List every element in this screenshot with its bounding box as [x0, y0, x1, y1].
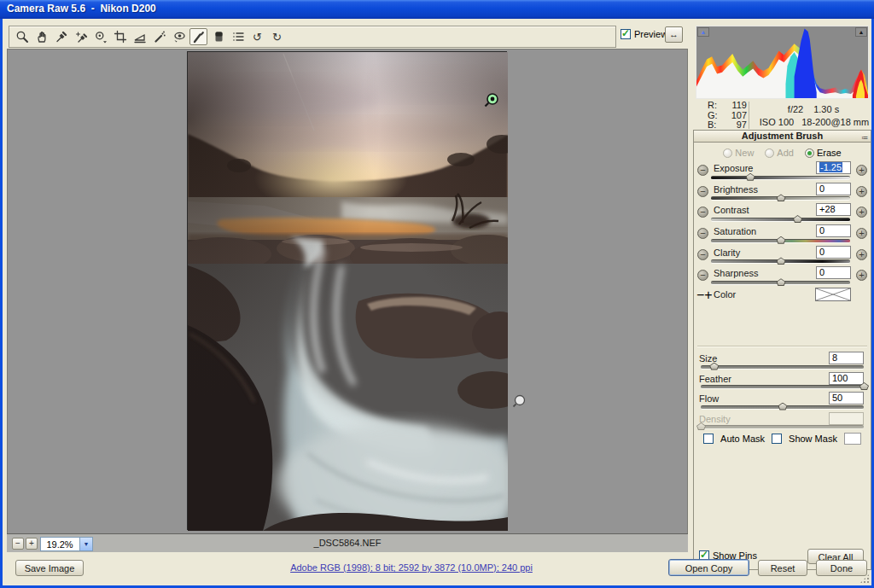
radio-icon	[723, 148, 732, 158]
slider-value-field[interactable]: 0	[816, 224, 851, 237]
zoom-level-select[interactable]: 19.2% ▼	[40, 537, 93, 551]
slider-track[interactable]	[701, 425, 864, 429]
reset-button[interactable]: Reset	[758, 560, 807, 576]
slider-knob[interactable]	[777, 236, 786, 244]
toolbar: ↺ ↻	[9, 26, 616, 48]
mask-options: Auto Mask Show Mask	[694, 433, 871, 445]
camera-raw-dialog: Camera Raw 5.6 - Nikon D200 ↺ ↻ Preview …	[0, 0, 874, 588]
spot-removal-tool-icon[interactable]	[150, 28, 168, 45]
panel-header[interactable]: Adjustment Brush ≔	[693, 130, 871, 143]
slider-knob[interactable]	[793, 215, 802, 223]
slider-label: Feather	[699, 374, 731, 384]
fullscreen-toggle-button[interactable]: ↔	[665, 26, 683, 43]
slider-brightness: −+Brightness0	[696, 183, 868, 204]
slider-track[interactable]	[711, 259, 850, 264]
slider-value-field[interactable]: +28	[816, 203, 851, 216]
zoom-in-button[interactable]: +	[26, 538, 38, 550]
decrease-icon[interactable]: −	[697, 165, 708, 176]
slider-track[interactable]	[701, 385, 864, 389]
slider-label: Size	[699, 353, 717, 364]
slider-track[interactable]	[711, 196, 850, 201]
adjustment-brush-panel: NewAddErase −+Exposure-1.25−+Brightness0…	[693, 143, 871, 570]
increase-icon[interactable]: +	[856, 249, 867, 260]
decrease-icon[interactable]: −	[697, 270, 708, 281]
zoom-tool-icon[interactable]	[13, 28, 31, 45]
slider-feather: Feather100	[699, 372, 865, 393]
slider-value-field[interactable]: 50	[829, 392, 864, 405]
increase-icon[interactable]: +	[704, 288, 712, 302]
slider-value-field[interactable]: 0	[816, 266, 851, 279]
slider-value-field[interactable]: 100	[829, 372, 864, 385]
slider-density: Density	[699, 412, 865, 433]
open-copy-button[interactable]: Open Copy	[668, 559, 749, 576]
decrease-icon[interactable]: −	[697, 228, 708, 239]
title-bar[interactable]: Camera Raw 5.6 - Nikon D200	[0, 0, 874, 19]
crop-tool-icon[interactable]	[111, 28, 129, 45]
slider-knob[interactable]	[777, 194, 786, 201]
mask-color-swatch[interactable]	[844, 433, 861, 445]
adjustment-brush-tool-icon[interactable]	[189, 28, 207, 45]
increase-icon[interactable]: +	[856, 228, 867, 239]
white-balance-tool-icon[interactable]	[52, 28, 70, 45]
preview-checkbox[interactable]	[621, 29, 631, 39]
shadow-clip-icon[interactable]: ▲	[697, 27, 709, 37]
brush-sliders: Size8Feather100Flow50Density	[699, 352, 865, 432]
save-image-button[interactable]: Save Image	[15, 560, 84, 576]
decrease-icon[interactable]: −	[697, 249, 708, 260]
image-info: R:119 G:107 B:97 f/22 1.30 s ISO 100 18-…	[696, 101, 869, 130]
slider-track[interactable]	[711, 281, 850, 285]
slider-value-field[interactable]: 8	[829, 352, 864, 364]
slider-value-field[interactable]: -1.25	[816, 161, 851, 174]
window-title: Camera Raw 5.6 - Nikon D200	[7, 3, 156, 15]
radio-icon[interactable]	[805, 148, 814, 158]
slider-knob[interactable]	[777, 257, 786, 265]
decrease-icon[interactable]: −	[696, 288, 704, 302]
highlight-clip-icon[interactable]: ▲	[855, 27, 867, 37]
inactive-brush-pin[interactable]	[510, 393, 527, 414]
slider-track[interactable]	[711, 218, 850, 222]
b-label: B:	[708, 120, 716, 131]
mode-erase[interactable]: Erase	[805, 148, 842, 158]
slider-knob[interactable]	[778, 403, 788, 410]
slider-saturation: −+Saturation0	[696, 224, 868, 246]
slider-track[interactable]	[711, 176, 850, 180]
workflow-options-link[interactable]: Adobe RGB (1998); 8 bit; 2592 by 3872 (1…	[198, 562, 625, 573]
preferences-icon[interactable]	[229, 28, 247, 45]
straighten-tool-icon[interactable]	[131, 28, 149, 45]
slider-track[interactable]	[711, 239, 850, 243]
slider-track[interactable]	[701, 405, 864, 410]
increase-icon[interactable]: +	[856, 165, 867, 176]
slider-knob[interactable]	[746, 173, 755, 181]
zoom-out-button[interactable]: −	[12, 538, 24, 550]
dropdown-arrow-icon[interactable]: ▼	[79, 538, 92, 550]
active-brush-pin[interactable]	[481, 91, 500, 114]
decrease-icon[interactable]: −	[697, 207, 708, 218]
histogram: ▲ ▲	[696, 26, 869, 99]
color-swatch[interactable]	[815, 288, 851, 301]
show-mask-checkbox[interactable]	[772, 434, 782, 444]
hand-tool-icon[interactable]	[32, 28, 50, 45]
auto-mask-checkbox[interactable]	[703, 434, 714, 444]
shutter-value: 1.30 s	[813, 104, 839, 114]
increase-icon[interactable]: +	[856, 186, 867, 197]
targeted-adjustment-tool-icon[interactable]	[91, 28, 109, 45]
slider-value-field[interactable]	[829, 412, 864, 425]
graduated-filter-tool-icon[interactable]	[209, 28, 227, 45]
slider-track[interactable]	[701, 365, 864, 370]
slider-value-field[interactable]: 0	[816, 246, 851, 259]
slider-knob[interactable]	[777, 278, 786, 286]
rotate-right-icon[interactable]: ↻	[268, 28, 286, 45]
r-label: R:	[708, 101, 717, 111]
auto-mask-label: Auto Mask	[720, 434, 765, 444]
photo-preview[interactable]	[187, 51, 507, 530]
preview-canvas[interactable]	[7, 49, 688, 552]
slider-value-field[interactable]: 0	[816, 183, 851, 195]
done-button[interactable]: Done	[816, 560, 867, 576]
red-eye-tool-icon[interactable]	[170, 28, 188, 45]
slider-flow: Flow50	[699, 392, 865, 412]
decrease-icon[interactable]: −	[697, 186, 708, 197]
increase-icon[interactable]: +	[856, 270, 867, 281]
rotate-left-icon[interactable]: ↺	[248, 28, 266, 45]
color-sampler-tool-icon[interactable]	[72, 28, 90, 45]
increase-icon[interactable]: +	[856, 207, 867, 218]
